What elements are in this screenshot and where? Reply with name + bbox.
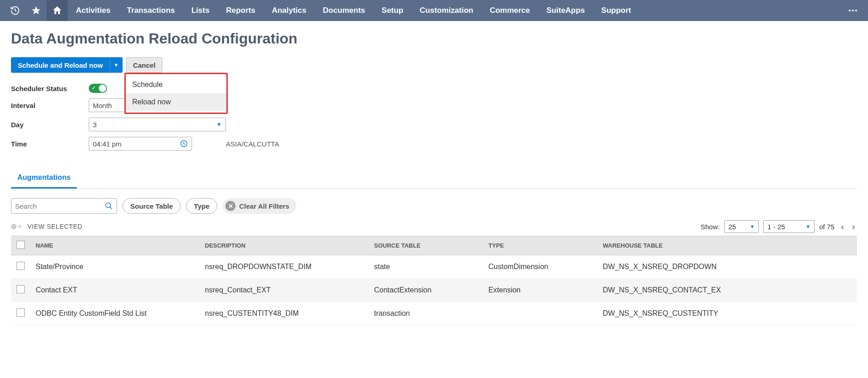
- filter-type[interactable]: Type: [186, 198, 217, 214]
- nav-customization[interactable]: Customization: [412, 0, 482, 21]
- chevron-down-icon: ▼: [805, 224, 810, 229]
- interval-label: Interval: [11, 102, 89, 109]
- cancel-button[interactable]: Cancel: [126, 57, 162, 73]
- day-value: 3: [93, 121, 96, 129]
- clear-all-label: Clear All Filters: [239, 202, 289, 210]
- page-size-select[interactable]: 25 ▼: [724, 220, 759, 233]
- cell-type: CustomDimension: [483, 255, 597, 279]
- nav-commerce[interactable]: Commerce: [482, 0, 538, 21]
- cell-type: [483, 302, 597, 325]
- star-icon[interactable]: [26, 0, 47, 21]
- tabs: Augmentations: [11, 169, 857, 189]
- button-bar: Schedule and Reload now ▼ Cancel Schedul…: [11, 57, 857, 73]
- clock-icon: [180, 140, 188, 148]
- nav-transactions[interactable]: Transactions: [119, 0, 183, 21]
- search-input[interactable]: [15, 202, 105, 210]
- table-row[interactable]: State/Province nsreq_DROPDOWNSTATE_DIM s…: [11, 255, 857, 279]
- cell-warehouse: DW_NS_X_NSREQ_CONTACT_EX: [597, 279, 857, 302]
- cell-desc: nsreq_Contact_EXT: [199, 279, 369, 302]
- scheduler-status-toggle[interactable]: ✓: [89, 84, 107, 93]
- nav-setup[interactable]: Setup: [374, 0, 412, 21]
- time-label: Time: [11, 140, 89, 148]
- view-selected-toggle[interactable]: ✕ VIEW SELECTED: [11, 223, 82, 230]
- dropdown-schedule[interactable]: Schedule: [126, 76, 226, 93]
- col-type[interactable]: TYPE: [483, 236, 597, 255]
- caret-down-icon: ▼: [113, 62, 118, 68]
- toggle-knob: [99, 85, 106, 92]
- table-row[interactable]: Contact EXT nsreq_Contact_EXT ContactExt…: [11, 279, 857, 302]
- cell-warehouse: DW_NS_X_NSREQ_DROPDOWN: [597, 255, 857, 279]
- cell-name: State/Province: [30, 255, 199, 279]
- cell-source: transaction: [369, 302, 483, 325]
- time-input[interactable]: 04:41 pm: [89, 137, 192, 151]
- history-icon[interactable]: [5, 0, 26, 21]
- filter-bar: Source Table Type ✕ Clear All Filters: [11, 198, 857, 214]
- select-all-checkbox[interactable]: [16, 241, 25, 249]
- page-size-value: 25: [729, 223, 736, 231]
- home-icon[interactable]: [47, 0, 68, 21]
- pager: Show: 25 ▼ 1 - 25 ▼ of 75 ‹ ›: [701, 220, 857, 233]
- col-name[interactable]: NAME: [30, 236, 199, 255]
- col-warehouse-table[interactable]: WAREHOUSE TABLE: [597, 236, 857, 255]
- chevron-down-icon: ▼: [750, 224, 755, 229]
- svg-point-3: [855, 10, 857, 11]
- day-select[interactable]: 3 ▼: [89, 118, 226, 131]
- pager-row: ✕ VIEW SELECTED Show: 25 ▼ 1 - 25 ▼ of 7…: [11, 220, 857, 233]
- clear-all-filters[interactable]: ✕ Clear All Filters: [223, 198, 296, 214]
- prev-page-button[interactable]: ‹: [839, 221, 846, 232]
- cell-name: ODBC Entity CustomField Std List: [30, 302, 199, 325]
- page-range-select[interactable]: 1 - 25 ▼: [763, 220, 814, 233]
- row-checkbox[interactable]: [16, 285, 25, 293]
- nav-activities[interactable]: Activities: [68, 0, 119, 21]
- page-range-value: 1 - 25: [767, 223, 785, 231]
- clear-icon: ✕: [225, 201, 236, 211]
- cell-desc: nsreq_DROPDOWNSTATE_DIM: [199, 255, 369, 279]
- cell-name: Contact EXT: [30, 279, 199, 302]
- nav-menu: Activities Transactions Lists Reports An…: [68, 0, 639, 21]
- table-row[interactable]: ODBC Entity CustomField Std List nsreq_C…: [11, 302, 857, 325]
- col-source-table[interactable]: SOURCE TABLE: [369, 236, 483, 255]
- nav-lists[interactable]: Lists: [183, 0, 218, 21]
- filter-source-table[interactable]: Source Table: [123, 198, 181, 214]
- nav-analytics[interactable]: Analytics: [263, 0, 315, 21]
- nav-documents[interactable]: Documents: [315, 0, 374, 21]
- cell-desc: nsreq_CUSTENTITY48_DIM: [199, 302, 369, 325]
- svg-marker-0: [32, 6, 40, 14]
- nav-support[interactable]: Support: [593, 0, 639, 21]
- chevron-down-icon: ▼: [216, 121, 222, 128]
- view-selected-label: VIEW SELECTED: [27, 223, 82, 230]
- time-value: 04:41 pm: [93, 140, 122, 148]
- augmentations-table: NAME DESCRIPTION SOURCE TABLE TYPE WAREH…: [11, 236, 857, 325]
- day-label: Day: [11, 121, 89, 129]
- page-total: of 75: [819, 223, 834, 231]
- top-nav: Activities Transactions Lists Reports An…: [0, 0, 868, 21]
- search-icon[interactable]: [105, 202, 113, 210]
- row-checkbox[interactable]: [16, 262, 25, 270]
- svg-point-5: [106, 203, 111, 208]
- schedule-dropdown-menu: Schedule Reload now: [124, 73, 228, 114]
- show-label: Show:: [701, 223, 720, 231]
- next-page-button[interactable]: ›: [850, 221, 857, 232]
- svg-point-2: [852, 10, 854, 11]
- check-icon: ✓: [91, 85, 96, 91]
- tab-augmentations[interactable]: Augmentations: [11, 169, 77, 189]
- nav-reports[interactable]: Reports: [218, 0, 263, 21]
- page-title: Data Augmentation Reload Configuration: [11, 30, 857, 47]
- dropdown-reload-now[interactable]: Reload now: [126, 93, 226, 111]
- row-checkbox[interactable]: [16, 308, 25, 317]
- more-icon[interactable]: [842, 0, 863, 21]
- cell-source: ContactExtension: [369, 279, 483, 302]
- search-box[interactable]: [11, 198, 117, 214]
- col-description[interactable]: DESCRIPTION: [199, 236, 369, 255]
- scheduler-status-label: Scheduler Status: [11, 85, 89, 92]
- timezone-label: ASIA/CALCUTTA: [226, 140, 857, 148]
- schedule-reload-split: Schedule and Reload now ▼: [11, 57, 123, 73]
- svg-point-1: [849, 10, 851, 11]
- schedule-reload-now-button[interactable]: Schedule and Reload now: [11, 57, 110, 73]
- interval-value: Month: [93, 102, 112, 109]
- schedule-reload-dropdown-button[interactable]: ▼: [110, 57, 123, 73]
- nav-suiteapps[interactable]: SuiteApps: [538, 0, 593, 21]
- cell-source: state: [369, 255, 483, 279]
- cell-warehouse: DW_NS_X_NSREQ_CUSTENTITY: [597, 302, 857, 325]
- svg-line-6: [110, 207, 112, 209]
